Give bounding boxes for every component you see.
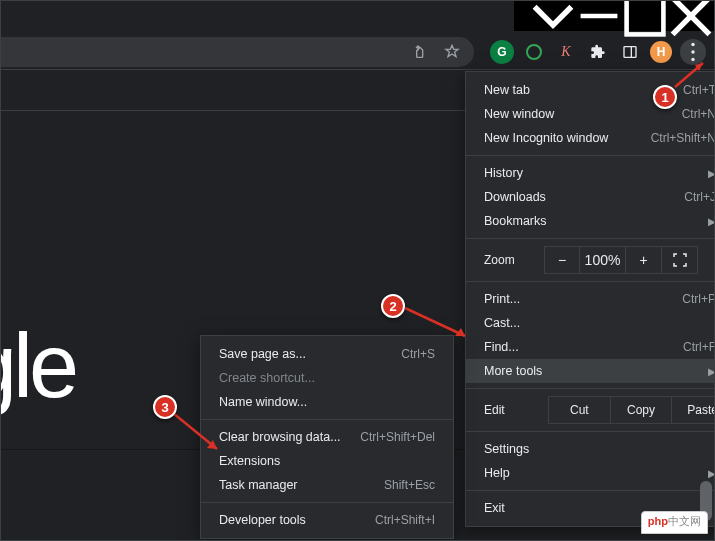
extension-k-icon[interactable]: K bbox=[554, 40, 578, 64]
menu-separator bbox=[466, 238, 715, 239]
shortcut-text: Ctrl+S bbox=[401, 347, 435, 361]
watermark-brand: php bbox=[648, 515, 668, 527]
arrow-3 bbox=[171, 411, 225, 455]
shortcut-text: Ctrl+Shift+N bbox=[651, 131, 715, 145]
svg-rect-0 bbox=[627, 0, 664, 34]
zoom-in-button[interactable]: + bbox=[626, 246, 662, 274]
submenu-dev-tools[interactable]: Developer toolsCtrl+Shift+I bbox=[201, 508, 453, 532]
copy-button[interactable]: Copy bbox=[611, 396, 673, 424]
svg-line-8 bbox=[405, 308, 465, 336]
watermark-suffix: 中文网 bbox=[668, 515, 701, 527]
submenu-create-shortcut: Create shortcut... bbox=[201, 366, 453, 390]
menu-separator bbox=[466, 431, 715, 432]
menu-separator bbox=[466, 388, 715, 389]
window-controls bbox=[514, 1, 714, 31]
menu-help[interactable]: Help▶ bbox=[466, 461, 715, 485]
shortcut-text: Ctrl+P bbox=[682, 292, 715, 306]
extensions-puzzle-icon[interactable] bbox=[586, 40, 610, 64]
menu-label: Task manager bbox=[219, 478, 298, 492]
menu-label: Settings bbox=[484, 442, 529, 456]
arrow-1 bbox=[669, 59, 709, 89]
fullscreen-button[interactable] bbox=[662, 246, 698, 274]
submenu-clear-data[interactable]: Clear browsing data...Ctrl+Shift+Del bbox=[201, 425, 453, 449]
shortcut-text: Ctrl+J bbox=[684, 190, 715, 204]
svg-point-3 bbox=[691, 43, 694, 46]
menu-settings[interactable]: Settings bbox=[466, 437, 715, 461]
menu-label: New tab bbox=[484, 83, 530, 97]
omnibox-right bbox=[1, 37, 474, 67]
submenu-extensions[interactable]: Extensions bbox=[201, 449, 453, 473]
menu-label: Cast... bbox=[484, 316, 520, 330]
menu-separator bbox=[201, 502, 453, 503]
menu-label: More tools bbox=[484, 364, 542, 378]
svg-rect-1 bbox=[624, 47, 636, 58]
chevron-right-icon: ▶ bbox=[696, 216, 715, 227]
maximize-button[interactable] bbox=[622, 1, 668, 31]
menu-label: Find... bbox=[484, 340, 519, 354]
svg-point-4 bbox=[691, 50, 694, 53]
menu-label: New Incognito window bbox=[484, 131, 608, 145]
menu-edit-row: Edit Cut Copy Paste bbox=[466, 394, 715, 426]
share-icon[interactable] bbox=[406, 40, 430, 64]
cut-button[interactable]: Cut bbox=[548, 396, 611, 424]
callout-3: 3 bbox=[153, 395, 177, 419]
menu-label: History bbox=[484, 166, 523, 180]
menu-separator bbox=[466, 155, 715, 156]
watermark: php中文网 bbox=[641, 511, 708, 534]
submenu-name-window[interactable]: Name window... bbox=[201, 390, 453, 414]
menu-label: Name window... bbox=[219, 395, 307, 409]
menu-label: New window bbox=[484, 107, 554, 121]
more-tools-submenu: Save page as...Ctrl+S Create shortcut...… bbox=[200, 335, 454, 539]
zoom-label: Zoom bbox=[484, 253, 544, 267]
close-button[interactable] bbox=[668, 1, 714, 31]
submenu-save-page[interactable]: Save page as...Ctrl+S bbox=[201, 342, 453, 366]
menu-label: Help bbox=[484, 466, 510, 480]
menu-label: Extensions bbox=[219, 454, 280, 468]
menu-label: Exit bbox=[484, 501, 505, 515]
menu-incognito[interactable]: New Incognito windowCtrl+Shift+N bbox=[466, 126, 715, 150]
menu-label: Downloads bbox=[484, 190, 546, 204]
google-logo: ogle bbox=[0, 315, 75, 418]
menu-new-window[interactable]: New windowCtrl+N bbox=[466, 102, 715, 126]
edit-label: Edit bbox=[484, 403, 548, 417]
menu-print[interactable]: Print...Ctrl+P bbox=[466, 287, 715, 311]
arrow-2 bbox=[403, 306, 473, 342]
bookmark-star-icon[interactable] bbox=[440, 40, 464, 64]
zoom-out-button[interactable]: − bbox=[544, 246, 580, 274]
chevron-right-icon: ▶ bbox=[696, 366, 715, 377]
menu-cast[interactable]: Cast... bbox=[466, 311, 715, 335]
menu-separator bbox=[466, 490, 715, 491]
shortcut-text: Ctrl+F bbox=[683, 340, 715, 354]
shortcut-text: Ctrl+Shift+I bbox=[375, 513, 435, 527]
extension-circle-icon[interactable] bbox=[522, 40, 546, 64]
chrome-main-menu: New tabCtrl+T New windowCtrl+N New Incog… bbox=[465, 71, 715, 527]
paste-button[interactable]: Paste bbox=[672, 396, 715, 424]
side-panel-icon[interactable] bbox=[618, 40, 642, 64]
menu-label: Clear browsing data... bbox=[219, 430, 341, 444]
menu-label: Bookmarks bbox=[484, 214, 547, 228]
menu-zoom-row: Zoom − 100% + bbox=[466, 244, 715, 276]
menu-history[interactable]: History▶ bbox=[466, 161, 715, 185]
chevron-right-icon: ▶ bbox=[696, 168, 715, 179]
menu-bookmarks[interactable]: Bookmarks▶ bbox=[466, 209, 715, 233]
menu-label: Save page as... bbox=[219, 347, 306, 361]
shortcut-text: Ctrl+N bbox=[682, 107, 715, 121]
callout-2: 2 bbox=[381, 294, 405, 318]
zoom-value: 100% bbox=[580, 246, 626, 274]
callout-1: 1 bbox=[653, 85, 677, 109]
shortcut-text: Shift+Esc bbox=[384, 478, 435, 492]
shortcut-text: Ctrl+Shift+Del bbox=[360, 430, 435, 444]
extension-grammarly-icon[interactable]: G bbox=[490, 40, 514, 64]
menu-label: Developer tools bbox=[219, 513, 306, 527]
menu-downloads[interactable]: DownloadsCtrl+J bbox=[466, 185, 715, 209]
menu-separator bbox=[466, 281, 715, 282]
minimize-button[interactable] bbox=[576, 1, 622, 31]
browser-toolbar: G K H bbox=[1, 35, 714, 69]
submenu-task-manager[interactable]: Task managerShift+Esc bbox=[201, 473, 453, 497]
dropdown-button[interactable] bbox=[530, 1, 576, 31]
chevron-right-icon: ▶ bbox=[696, 468, 715, 479]
menu-more-tools[interactable]: More tools▶ bbox=[466, 359, 715, 383]
menu-find[interactable]: Find...Ctrl+F bbox=[466, 335, 715, 359]
menu-label: Print... bbox=[484, 292, 520, 306]
menu-separator bbox=[201, 419, 453, 420]
